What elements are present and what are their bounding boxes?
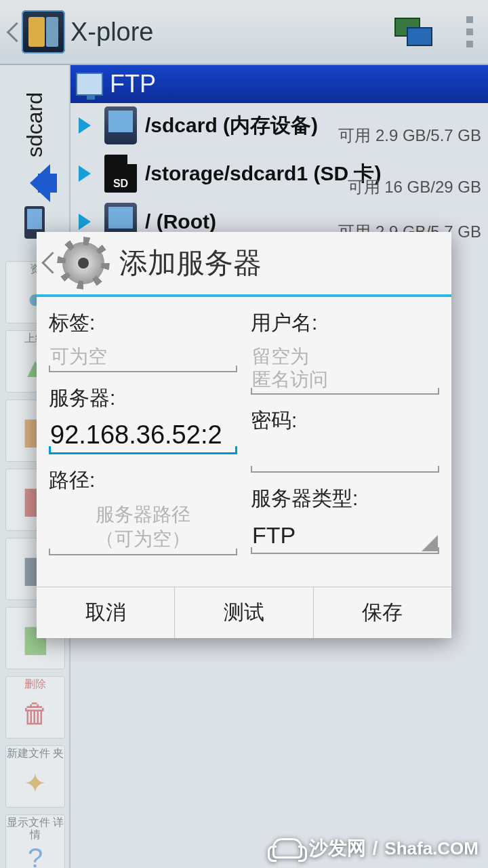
label-user: 用户名: [251,309,439,337]
cancel-button[interactable]: 取消 [37,587,174,638]
watermark: 沙发网 / Shafa.COM [272,835,479,861]
label-path: 路径: [49,467,237,494]
server-type-value: FTP [251,517,439,553]
watermark-domain: Shafa.COM [384,838,479,859]
test-button[interactable]: 测试 [174,587,312,638]
dialog-title: 添加服务器 [119,244,262,282]
save-button[interactable]: 保存 [313,587,451,638]
path-placeholder: 服务器路径 （可为空） [49,498,237,555]
dialog-buttons: 取消 测试 保存 [37,587,451,638]
server-type-spinner[interactable]: FTP [251,517,439,554]
label-password: 密码: [251,407,439,435]
sofa-icon [272,838,302,859]
label-server: 服务器: [49,384,237,412]
label-tag: 标签: [49,309,237,337]
tag-placeholder: 可为空 [49,341,237,371]
watermark-text: 沙发网 [309,835,366,861]
tag-field[interactable]: 可为空 [49,341,237,372]
label-type: 服务器类型: [251,485,439,513]
password-field[interactable] [251,439,439,473]
user-placeholder: 留空为 匿名访问 [251,341,439,393]
dialog-title-bar: 添加服务器 [37,232,451,297]
path-field[interactable]: 服务器路径 （可为空） [49,498,237,556]
gear-icon [62,242,104,284]
server-field[interactable] [49,416,237,454]
server-input[interactable] [49,416,237,452]
add-server-dialog: 添加服务器 标签: 可为空 服务器: 路径: 服务器路径 （可为空） 用户名: … [37,232,451,638]
user-field[interactable]: 留空为 匿名访问 [251,341,439,395]
